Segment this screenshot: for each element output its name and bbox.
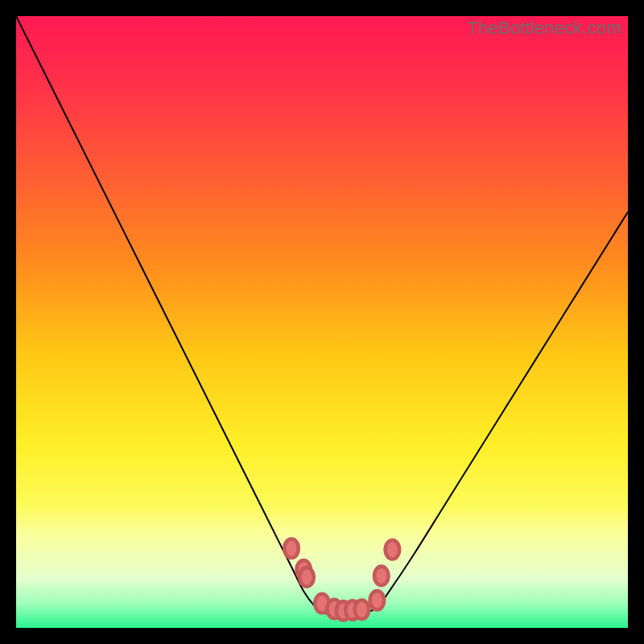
marker-point [299, 568, 313, 587]
optimal-range-markers [284, 539, 399, 620]
bottleneck-curve [16, 16, 628, 614]
plot-area: TheBottleneck.com [16, 16, 628, 628]
marker-point [355, 600, 369, 619]
marker-point [386, 540, 399, 559]
marker-point [374, 567, 388, 586]
chart-frame: TheBottleneck.com [0, 0, 644, 644]
marker-point [284, 539, 298, 558]
marker-point [370, 591, 384, 610]
bottleneck-chart [16, 16, 628, 628]
